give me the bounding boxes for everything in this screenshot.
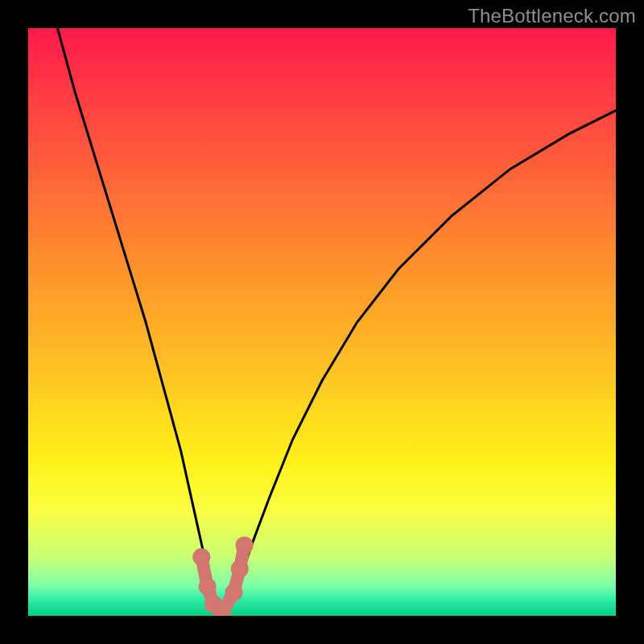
marker-dot (199, 578, 217, 596)
marker-dot (236, 536, 254, 554)
watermark-text: TheBottleneck.com (468, 5, 636, 27)
marker-dot (192, 548, 210, 566)
chart-frame: TheBottleneck.com (0, 0, 644, 644)
marker-dot (231, 560, 249, 578)
marker-dot (225, 584, 243, 601)
gradient-background (28, 28, 616, 616)
plot-area (28, 28, 616, 616)
chart-svg (28, 28, 616, 616)
